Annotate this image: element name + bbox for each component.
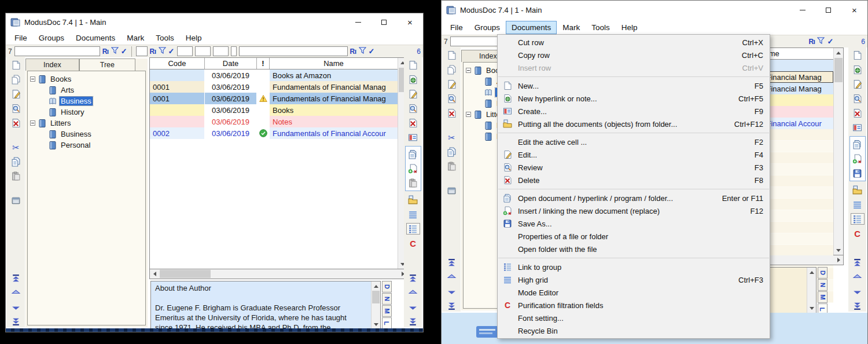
previous-record-button[interactable] <box>9 287 23 298</box>
menu-item-review[interactable]: ReviewF3 <box>498 161 770 174</box>
funnel-icon[interactable] <box>817 37 825 46</box>
last-record-button[interactable] <box>9 316 23 327</box>
delete-button[interactable] <box>851 107 865 119</box>
minimize-button[interactable] <box>789 1 815 20</box>
first-record-button[interactable] <box>406 272 420 284</box>
filter-reset-button[interactable]: Rı <box>150 47 156 56</box>
funnel-icon[interactable] <box>111 47 119 56</box>
edit-button[interactable] <box>444 78 458 90</box>
insert-link-button[interactable] <box>851 153 865 164</box>
memo-panel[interactable]: About the Author Dr. Eugene F. Brigham i… <box>150 281 381 330</box>
menu-item-recycle-bin[interactable]: Recycle Bin <box>498 324 770 337</box>
tree-item-business[interactable]: Business <box>28 96 145 107</box>
filter-reset-button[interactable]: Rı <box>350 47 356 56</box>
previous-record-button[interactable] <box>444 271 458 283</box>
notebook-button[interactable] <box>444 185 458 196</box>
filter-reset-button[interactable]: Rı <box>102 47 109 56</box>
cut-button[interactable]: ✂ <box>9 141 23 153</box>
maximize-button[interactable] <box>815 1 841 20</box>
tree-item-litters[interactable]: Litters <box>28 118 145 129</box>
filter-input-code[interactable] <box>177 46 193 56</box>
memo-scrollbar[interactable] <box>807 268 816 313</box>
horizontal-scrollbar[interactable] <box>149 269 408 279</box>
delete-button[interactable] <box>444 107 458 119</box>
link-to-group-button[interactable] <box>406 223 420 235</box>
tree-item-history[interactable]: History <box>28 107 145 118</box>
memo-tab-l[interactable]: L <box>382 317 392 329</box>
paste-button[interactable] <box>444 160 458 172</box>
collapse-icon[interactable] <box>466 112 471 117</box>
vertical-scrollbar[interactable] <box>833 48 843 255</box>
scroll-up-button[interactable] <box>807 268 816 277</box>
tree-item-books[interactable]: Books <box>28 74 145 85</box>
previous-record-button[interactable] <box>406 287 420 298</box>
menu-item-insert-linking-the-new-document-replace[interactable]: Insert / linking the new document (repla… <box>498 204 770 217</box>
tree-item-arts[interactable]: Arts <box>28 85 145 96</box>
collapse-icon[interactable] <box>30 120 35 126</box>
edit-button[interactable] <box>851 78 865 90</box>
menu-mark[interactable]: Mark <box>557 21 586 34</box>
save-as-button[interactable] <box>851 167 865 179</box>
copy-document-button[interactable] <box>444 64 458 75</box>
scrollbar-thumb[interactable] <box>372 291 380 303</box>
menu-item-new[interactable]: New...F5 <box>498 79 770 92</box>
first-record-button[interactable] <box>851 257 865 268</box>
last-record-button[interactable] <box>406 316 420 327</box>
scroll-right-button[interactable] <box>834 255 843 265</box>
open-document-button[interactable] <box>406 148 420 160</box>
scroll-down-button[interactable] <box>807 303 816 313</box>
filter-reset-button[interactable]: Rı <box>808 38 815 46</box>
table-row[interactable]: 000103/06/2019Fundamentals of Financial … <box>150 93 398 104</box>
memo-tab-m[interactable]: M <box>818 291 827 303</box>
memo-tab-m[interactable]: M <box>382 305 392 317</box>
paste-button[interactable] <box>9 170 23 182</box>
tab-index[interactable]: Index <box>25 58 79 71</box>
delete-button[interactable] <box>406 117 420 129</box>
menu-item-save-as[interactable]: Save As... <box>498 217 770 230</box>
menu-item-insert-row[interactable]: Insert rowCtrl+V <box>498 61 770 74</box>
splitter[interactable] <box>131 46 132 57</box>
filter-apply-icon[interactable]: ✓ <box>369 47 375 56</box>
memo-scrollbar[interactable] <box>371 281 380 329</box>
cut-button[interactable]: ✂ <box>444 131 458 143</box>
insert-link-button[interactable] <box>406 163 420 174</box>
scrollbar-thumb[interactable] <box>834 58 843 82</box>
column-header-date[interactable]: Date <box>205 58 257 69</box>
notebook-button[interactable] <box>9 195 23 206</box>
menu-tools[interactable]: Tools <box>150 31 180 45</box>
new-document-button[interactable] <box>851 49 865 61</box>
review-button[interactable] <box>9 103 23 114</box>
menu-documents[interactable]: Documents <box>70 31 121 45</box>
menu-item-putting-all-the-documents-objects-from-f[interactable]: Putting all the documents (objects) from… <box>498 118 770 130</box>
maximize-button[interactable] <box>371 13 397 31</box>
scroll-up-button[interactable] <box>834 48 843 57</box>
scrollbar-thumb[interactable] <box>160 270 211 278</box>
collapse-icon[interactable] <box>30 76 35 82</box>
copy-document-button[interactable] <box>9 74 23 85</box>
column-header-code[interactable]: Code <box>150 58 205 69</box>
menu-item-mode-editor[interactable]: Mode Editor <box>498 286 770 299</box>
new-hyperlink-button[interactable] <box>406 74 420 85</box>
menu-help[interactable]: Help <box>180 31 208 45</box>
review-button[interactable] <box>851 93 865 104</box>
memo-tab-d[interactable]: D <box>382 281 392 292</box>
edit-button[interactable] <box>406 88 420 100</box>
link-to-group-button[interactable] <box>851 213 865 225</box>
new-document-button[interactable] <box>444 49 458 61</box>
collapse-icon[interactable] <box>466 68 471 73</box>
first-record-button[interactable] <box>444 257 458 268</box>
next-record-button[interactable] <box>406 301 420 313</box>
previous-record-button[interactable] <box>851 271 865 283</box>
menu-file[interactable]: File <box>9 31 33 45</box>
close-button[interactable]: × <box>397 13 423 31</box>
memo-tab-n[interactable]: N <box>818 279 827 291</box>
filter-input-date[interactable] <box>195 46 211 56</box>
scroll-down-button[interactable] <box>372 320 380 329</box>
close-button[interactable]: × <box>841 1 867 20</box>
filter-input-flag[interactable] <box>213 46 229 56</box>
tree-item-business[interactable]: Business <box>28 129 145 140</box>
table-row[interactable]: 03/06/2019Books at Amazon <box>150 69 398 81</box>
menu-mark[interactable]: Mark <box>121 31 150 45</box>
menu-file[interactable]: File <box>444 21 469 34</box>
menu-item-link-to-group[interactable]: Link to group <box>498 261 770 273</box>
